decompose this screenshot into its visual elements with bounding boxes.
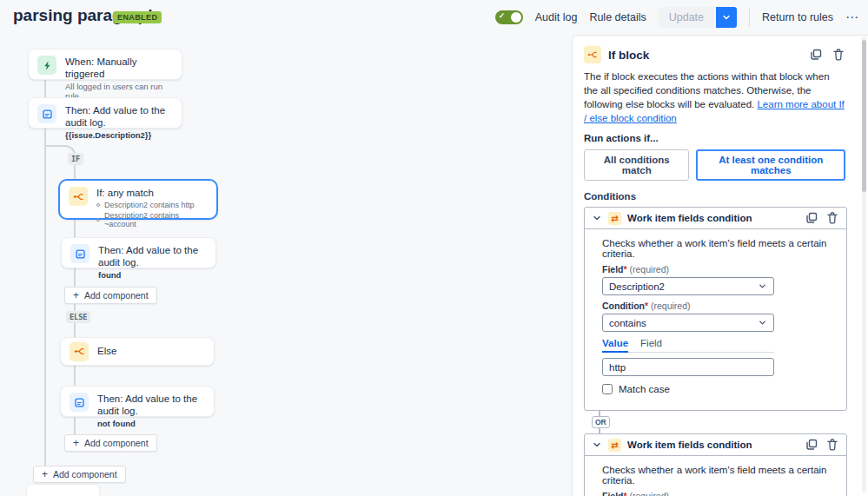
manual-trigger-icon bbox=[37, 56, 56, 75]
chevron-down-icon bbox=[758, 318, 767, 327]
trigger-node[interactable]: When: Manually triggered All logged in u… bbox=[28, 49, 182, 80]
condition-summary: Description2 contains http bbox=[104, 201, 195, 209]
enabled-badge: ENABLED bbox=[113, 11, 162, 23]
canvas-toolbar[interactable] bbox=[26, 484, 100, 496]
chevron-down-icon[interactable] bbox=[592, 440, 602, 450]
match-case-checkbox[interactable] bbox=[602, 384, 613, 394]
not-found-node-text: Then: Add value to the audit log. not fo… bbox=[97, 393, 205, 410]
condition-card-header[interactable]: ⇄ Work item fields condition bbox=[585, 434, 846, 456]
connector-line bbox=[44, 80, 46, 98]
chevron-down-icon[interactable] bbox=[592, 213, 602, 223]
audit-found-node[interactable]: Then: Add value to the audit log. found bbox=[61, 237, 216, 268]
bullet-icon bbox=[96, 203, 100, 207]
condition-card-header[interactable]: ⇄ Work item fields condition bbox=[585, 208, 846, 229]
panel-actions bbox=[809, 48, 845, 62]
match-case-row: Match case bbox=[602, 384, 832, 394]
chevron-down-icon bbox=[721, 12, 732, 23]
audit-not-found-node[interactable]: Then: Add value to the audit log. not fo… bbox=[60, 386, 215, 417]
panel-scrollbar-thumb[interactable] bbox=[862, 40, 866, 192]
field-select[interactable]: Description2 bbox=[602, 277, 774, 295]
delete-icon[interactable] bbox=[832, 48, 845, 62]
audit-log-action-icon bbox=[70, 244, 89, 263]
duplicate-icon[interactable] bbox=[805, 211, 818, 225]
plus-icon: + bbox=[73, 437, 79, 449]
check-icon: ✓ bbox=[499, 11, 506, 20]
required-suffix: (required) bbox=[630, 491, 670, 496]
tab-field[interactable]: Field bbox=[640, 338, 662, 352]
condition-card-title: Work item fields condition bbox=[627, 213, 752, 223]
node-subtitle: found bbox=[98, 270, 207, 280]
delete-icon[interactable] bbox=[825, 438, 839, 452]
condition-card: ⇄ Work item fields condition Checks whet… bbox=[584, 433, 847, 496]
delete-icon[interactable] bbox=[825, 211, 839, 225]
add-component-button[interactable]: + Add component bbox=[64, 287, 157, 304]
audit-log-action-node[interactable]: Then: Add value to the audit log. {{issu… bbox=[28, 97, 182, 129]
update-button[interactable]: Update bbox=[659, 7, 714, 28]
value-input[interactable] bbox=[602, 358, 774, 376]
condition-description: Checks whether a work item's field meets… bbox=[602, 238, 832, 259]
connector-line bbox=[44, 129, 46, 467]
panel-title: If block bbox=[608, 49, 649, 62]
all-conditions-match-button[interactable]: All conditions match bbox=[584, 149, 689, 181]
swap-icon: ⇄ bbox=[608, 212, 621, 225]
more-menu-icon[interactable]: ⋯ bbox=[845, 10, 859, 25]
audit-log-action-icon bbox=[37, 104, 56, 123]
panel-description: The if block executes the actions within… bbox=[584, 69, 845, 125]
add-component-button[interactable]: + Add component bbox=[64, 434, 157, 452]
required-suffix: (required) bbox=[630, 264, 670, 274]
condition-label: Condition* (required) bbox=[602, 301, 832, 311]
condition-card-title: Work item fields condition bbox=[627, 440, 752, 450]
node-title: Then: Add value to the audit log. bbox=[98, 244, 207, 269]
node-title: When: Manually triggered bbox=[65, 56, 173, 81]
label-text: Field bbox=[602, 491, 624, 496]
or-badge: OR bbox=[592, 416, 610, 428]
condition-card-body: Checks whether a work item's field meets… bbox=[585, 456, 846, 496]
plus-icon: + bbox=[73, 289, 79, 301]
condition-select[interactable]: contains bbox=[602, 314, 774, 332]
condition-description: Checks whether a work item's field meets… bbox=[602, 465, 832, 486]
duplicate-icon[interactable] bbox=[809, 48, 823, 62]
if-block-config-panel: If block The if block executes the actio… bbox=[572, 35, 868, 496]
if-node-condition: Description2 contains http bbox=[96, 201, 208, 209]
field-select-value: Description2 bbox=[609, 281, 665, 292]
node-title: Else bbox=[97, 345, 116, 357]
condition-select-value: contains bbox=[609, 318, 646, 328]
branch-icon bbox=[70, 342, 89, 361]
audit-log-link[interactable]: Audit log bbox=[535, 11, 578, 23]
branch-icon bbox=[584, 46, 601, 63]
return-to-rules-link[interactable]: Return to rules bbox=[762, 11, 833, 23]
or-connector: OR bbox=[599, 411, 845, 433]
add-component-button[interactable]: + Add component bbox=[33, 466, 126, 483]
node-title: Then: Add value to the audit log. bbox=[97, 393, 205, 418]
card-actions bbox=[805, 438, 839, 452]
match-mode-buttons: All conditions match At least one condit… bbox=[584, 149, 845, 181]
conditions-label: Conditions bbox=[584, 191, 845, 202]
if-node-condition: Description2 contains ~account bbox=[96, 211, 208, 228]
node-title: If: any match bbox=[96, 187, 208, 199]
trigger-node-text: When: Manually triggered All logged in u… bbox=[65, 56, 173, 73]
node-subtitle: {{issue.Description2}} bbox=[65, 130, 173, 140]
node-subtitle: not found bbox=[97, 419, 205, 428]
required-suffix: (required) bbox=[651, 301, 691, 311]
required-asterisk: * bbox=[624, 264, 627, 274]
any-condition-matches-button[interactable]: At least one condition matches bbox=[696, 149, 845, 181]
duplicate-icon[interactable] bbox=[805, 438, 818, 452]
condition-card: ⇄ Work item fields condition Checks whet… bbox=[584, 207, 847, 411]
topbar-actions: ✓ Audit log Rule details Update Return t… bbox=[495, 7, 859, 28]
else-node[interactable]: Else bbox=[60, 337, 215, 366]
update-split-button: Update bbox=[659, 7, 737, 28]
if-branch-badge: IF bbox=[68, 153, 83, 165]
toggle-knob bbox=[511, 12, 521, 23]
run-actions-label: Run actions if... bbox=[584, 133, 845, 143]
update-dropdown-button[interactable] bbox=[716, 7, 737, 28]
if-condition-node[interactable]: If: any match Description2 contains http… bbox=[58, 179, 218, 220]
swap-icon: ⇄ bbox=[608, 439, 621, 452]
card-actions bbox=[805, 211, 839, 225]
rule-details-link[interactable]: Rule details bbox=[589, 11, 646, 23]
rule-enabled-toggle[interactable]: ✓ bbox=[495, 10, 523, 24]
required-asterisk: * bbox=[645, 301, 648, 311]
condition-summary: Description2 contains ~account bbox=[104, 211, 208, 228]
if-node-text: If: any match Description2 contains http… bbox=[96, 187, 208, 212]
tab-value[interactable]: Value bbox=[602, 338, 628, 353]
audit-log-action-icon bbox=[70, 393, 89, 412]
